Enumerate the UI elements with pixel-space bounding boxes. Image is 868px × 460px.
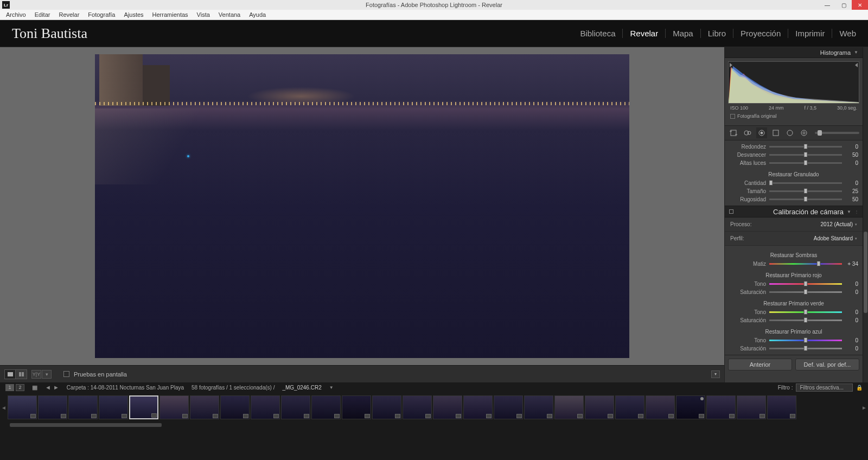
menu-revelar[interactable]: Revelar	[55, 10, 83, 19]
slider-tamaño[interactable]: Tamaño25	[729, 187, 858, 195]
histogram[interactable]	[728, 61, 859, 104]
filmstrip-thumb[interactable]	[615, 395, 644, 419]
filmstrip-thumb[interactable]	[767, 395, 796, 419]
filename-dd-icon[interactable]: ▼	[329, 385, 334, 390]
filter-dropdown[interactable]: Filtros desactiva...	[796, 384, 853, 392]
compare-view-icon[interactable]	[16, 370, 27, 379]
filmstrip-thumb[interactable]	[737, 395, 766, 419]
menu-fotografía[interactable]: Fotografía	[84, 10, 119, 19]
filmstrip-thumb[interactable]	[129, 395, 158, 419]
grid-view-icon[interactable]: ▦	[32, 384, 37, 391]
redeye-tool-icon[interactable]	[756, 127, 767, 138]
calibration-header[interactable]: Calibración de cámara ▼ ⋮	[725, 206, 863, 218]
crop-tool-icon[interactable]	[728, 127, 739, 138]
close-button[interactable]: ✕	[852, 0, 868, 10]
filmstrip-thumb[interactable]	[251, 395, 280, 419]
slider-track[interactable]	[769, 154, 842, 156]
nav-fwd-icon[interactable]: ►	[53, 384, 59, 391]
filmstrip-thumb[interactable]	[646, 395, 675, 419]
slider-track[interactable]	[769, 190, 842, 192]
slider-redondez[interactable]: Redondez0	[729, 143, 858, 151]
slider-track[interactable]	[769, 340, 842, 341]
filmstrip-thumb[interactable]	[676, 395, 705, 419]
module-imprimir[interactable]: Imprimir	[788, 29, 832, 38]
slider-cantidad[interactable]: Cantidad0	[729, 179, 858, 187]
slider-track[interactable]	[769, 348, 842, 349]
filmstrip-thumb[interactable]	[99, 395, 128, 419]
filmstrip-thumb[interactable]	[706, 395, 736, 419]
slider-saturación[interactable]: Saturación0	[729, 344, 858, 353]
filmstrip-scrollbar[interactable]	[0, 423, 868, 428]
slider-tono[interactable]: Tono0	[729, 336, 858, 344]
module-mapa[interactable]: Mapa	[666, 29, 701, 38]
grad-filter-icon[interactable]	[770, 127, 781, 138]
slider-track[interactable]	[769, 146, 842, 148]
softproof-checkbox[interactable]	[63, 371, 69, 377]
reset-button[interactable]: Def. val. por def...	[795, 359, 859, 370]
loupe-view-icon[interactable]	[5, 370, 16, 379]
profile-row[interactable]: Perfil: Adobe Standard ▾	[725, 232, 863, 246]
module-revelar[interactable]: Revelar	[623, 29, 666, 38]
menu-editar[interactable]: Editar	[31, 10, 54, 19]
filmstrip-thumb[interactable]	[433, 395, 462, 419]
slider-track[interactable]	[769, 311, 842, 313]
shadow-clip-icon[interactable]	[730, 63, 732, 67]
menu-ayuda[interactable]: Ayuda	[245, 10, 270, 19]
slider-track[interactable]	[769, 283, 842, 285]
slider-track[interactable]	[769, 263, 842, 265]
filmstrip-thumb[interactable]	[554, 395, 584, 419]
nav-back-icon[interactable]: ◄	[45, 384, 51, 391]
before-after-dd[interactable]: ▾	[42, 370, 52, 379]
slider-track[interactable]	[769, 320, 842, 321]
module-biblioteca[interactable]: Biblioteca	[573, 29, 623, 38]
radial-filter-icon[interactable]	[784, 127, 795, 138]
highlight-clip-icon[interactable]	[855, 63, 858, 67]
filmstrip-thumb[interactable]	[342, 395, 371, 419]
before-after-y1[interactable]: Y|Y	[31, 370, 41, 379]
module-proyección[interactable]: Proyección	[733, 29, 788, 38]
module-web[interactable]: Web	[832, 29, 856, 38]
slider-desvanecer[interactable]: Desvanecer50	[729, 151, 858, 159]
slider-track[interactable]	[769, 182, 842, 184]
maximize-button[interactable]: ▢	[835, 0, 852, 10]
process-row[interactable]: Proceso: 2012 (Actual) ▾	[725, 218, 863, 232]
slider-matiz[interactable]: Matiz+ 34	[729, 260, 858, 268]
menu-herramientas[interactable]: Herramientas	[149, 10, 192, 19]
filter-lock-icon[interactable]: 🔒	[856, 385, 863, 391]
filmstrip-thumb[interactable]	[372, 395, 401, 419]
filmstrip-thumb[interactable]	[585, 395, 614, 419]
filmstrip-thumb[interactable]	[403, 395, 432, 419]
menu-vista[interactable]: Vista	[193, 10, 214, 19]
main-photo[interactable]	[95, 54, 629, 358]
menu-ventana[interactable]: Ventana	[215, 10, 244, 19]
brush-tool-icon[interactable]	[799, 127, 809, 138]
minimize-button[interactable]: —	[819, 0, 835, 10]
slider-altas luces[interactable]: Altas luces0	[729, 159, 858, 167]
filmstrip-thumb[interactable]	[8, 395, 37, 419]
slider-saturación[interactable]: Saturación0	[729, 316, 858, 324]
slider-track[interactable]	[769, 162, 842, 164]
folder-path[interactable]: Carpeta : 14-08-2011 Nocturnas San Juan …	[67, 385, 184, 391]
right-panel-scrollbar[interactable]	[863, 47, 868, 382]
filmstrip-thumb[interactable]	[311, 395, 341, 419]
tool-slider[interactable]	[815, 132, 859, 134]
slider-track[interactable]	[769, 199, 842, 200]
filmstrip-thumb[interactable]	[494, 395, 523, 419]
filmstrip-thumb[interactable]	[68, 395, 98, 419]
second-window-2[interactable]: 2	[16, 384, 24, 391]
menu-archivo[interactable]: Archivo	[2, 10, 30, 19]
view-mode-toggle[interactable]	[4, 369, 27, 379]
filmstrip-right[interactable]: ►	[861, 405, 867, 411]
previous-button[interactable]: Anterior	[728, 359, 792, 370]
original-checkbox[interactable]	[730, 114, 735, 119]
filmstrip-left[interactable]: ◄	[1, 405, 7, 411]
histogram-header[interactable]: Histograma ▼	[725, 47, 863, 58]
slider-tono[interactable]: Tono0	[729, 280, 858, 288]
slider-track[interactable]	[769, 291, 842, 293]
module-libro[interactable]: Libro	[701, 29, 733, 38]
toolbar-menu[interactable]: ▾	[711, 370, 720, 378]
filmstrip-thumb[interactable]	[38, 395, 67, 419]
filmstrip-thumb[interactable]	[159, 395, 189, 419]
slider-saturación[interactable]: Saturación0	[729, 288, 858, 296]
panel-switch-icon[interactable]	[729, 209, 733, 214]
